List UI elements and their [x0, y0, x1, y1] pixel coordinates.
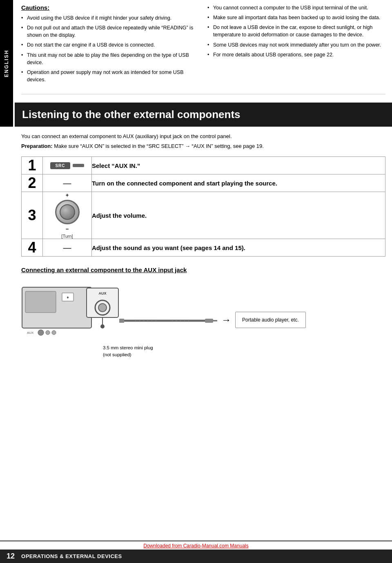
knob-circle — [55, 200, 80, 224]
src-button-icon: SRC — [50, 162, 84, 169]
step-description: Adjust the sound as you want (see pages … — [92, 239, 385, 257]
knob-turn-label: [Turn] — [61, 234, 73, 239]
step-icon-cell: SRC — [43, 157, 92, 174]
step-number: 3 — [22, 192, 43, 239]
step-description: Select “AUX IN.” — [92, 157, 385, 174]
list-item: You cannot connect a computer to the USB… — [207, 4, 385, 11]
list-item: Some USB devices may not work immediatel… — [207, 41, 385, 49]
sidebar-english-label: ENGLISH — [0, 0, 13, 127]
svg-rect-1 — [25, 291, 56, 313]
svg-text:AUX: AUX — [27, 331, 34, 335]
diagram-area: ♦ AUX AUX — [21, 280, 385, 345]
src-bar — [73, 164, 84, 167]
section-title: Listening to the other external componen… — [15, 103, 392, 127]
list-item: Operation and power supply may not work … — [21, 69, 199, 83]
section-intro: You can connect an external component to… — [21, 132, 385, 141]
cautions-right: You cannot connect a computer to the USB… — [207, 4, 385, 86]
cautions-left-list: Avoid using the USB device if it might h… — [21, 14, 199, 83]
page-footer: Downloaded from Caradio-Manual.com Manua… — [0, 541, 392, 563]
svg-text:AUX: AUX — [98, 291, 106, 295]
step-icon-cell: — — [43, 239, 92, 257]
svg-point-11 — [98, 304, 107, 312]
step-number: 2 — [22, 174, 43, 192]
prep-text: Make sure “AUX ON” is selected in the “S… — [54, 143, 264, 149]
step-description: Turn on the connected component and star… — [92, 174, 385, 192]
prep-label: Preparation: — [21, 143, 53, 149]
portable-player-box: Portable audio player, etc. — [235, 312, 306, 328]
steps-table: 1 SRC Select “AUX IN.” 2 — — [21, 156, 385, 257]
src-label: SRC — [50, 162, 70, 169]
svg-point-6 — [46, 331, 50, 335]
list-item: This unit may not be able to play the fi… — [21, 51, 199, 66]
list-item: For more details about USB operations, s… — [207, 51, 385, 58]
section-prep: Preparation: Make sure “AUX ON” is selec… — [21, 142, 385, 150]
table-row: 2 — Turn on the connected component and … — [22, 174, 385, 192]
svg-point-13 — [100, 324, 105, 328]
step-number: 1 — [22, 157, 43, 174]
svg-rect-27 — [205, 319, 213, 323]
connecting-title: Connecting an external component to the … — [21, 266, 385, 273]
list-item: Do not leave a USB device in the car, ex… — [207, 24, 385, 38]
step-description: Adjust the volume. — [92, 192, 385, 239]
cautions-left: Cautions: Avoid using the USB device if … — [21, 4, 199, 86]
table-row: 3 + − [Turn] Adjust the volume. — [22, 192, 385, 239]
cautions-right-list: You cannot connect a computer to the USB… — [207, 4, 385, 58]
list-item: Do not start the car engine if a USB dev… — [21, 41, 199, 49]
svg-point-7 — [52, 331, 56, 335]
cable-label: 3.5 mm stereo mini plug (not supplied) — [103, 344, 385, 359]
arrow-right-icon: → — [221, 314, 231, 326]
knob-plus: + — [66, 192, 69, 198]
cable-diagram — [119, 311, 217, 331]
download-link[interactable]: Downloaded from Caradio-Manual.com Manua… — [0, 541, 392, 550]
svg-rect-14 — [119, 319, 124, 323]
step-icon-cell: — — [43, 174, 92, 192]
table-row: 1 SRC Select “AUX IN.” — [22, 157, 385, 174]
dash-icon: — — [63, 243, 71, 252]
footer-section-title: OPERATIONS & EXTERNAL DEVICES — [21, 553, 122, 559]
svg-point-5 — [38, 330, 44, 335]
knob-minus: − — [66, 226, 69, 232]
list-item: Make sure all important data has been ba… — [207, 14, 385, 21]
cautions-title: Cautions: — [21, 4, 199, 11]
list-item: Do not pull out and attach the USB devic… — [21, 24, 199, 39]
table-row: 4 — Adjust the sound as you want (see pa… — [22, 239, 385, 257]
footer-page-number: 12 — [7, 552, 15, 561]
car-radio-diagram: ♦ AUX AUX — [21, 284, 119, 341]
step-number: 4 — [22, 239, 43, 257]
cautions-section: Cautions: Avoid using the USB device if … — [21, 4, 385, 94]
list-item: Avoid using the USB device if it might h… — [21, 14, 199, 22]
knob-icon: + − [Turn] — [43, 192, 91, 239]
dash-icon: — — [63, 179, 71, 188]
knob-inner — [60, 204, 75, 220]
svg-text:♦: ♦ — [67, 295, 69, 299]
step-icon-knob-cell: + − [Turn] — [43, 192, 92, 239]
footer-bar: 12 OPERATIONS & EXTERNAL DEVICES — [0, 550, 392, 563]
